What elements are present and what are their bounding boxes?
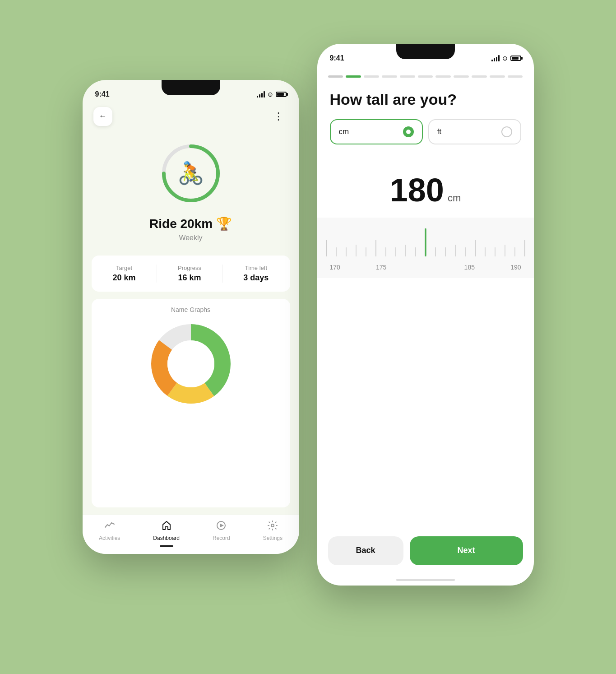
right-signal-icon — [491, 55, 500, 61]
stats-row: Target 20 km Progress 16 km Time left 3 … — [92, 256, 290, 292]
left-phone: 9:41 ⊜ ← ⋮ — [83, 80, 299, 554]
graph-section: Name Graphs — [92, 299, 290, 507]
question-title: How tall are you? — [330, 90, 521, 109]
svg-point-9 — [271, 524, 274, 527]
stat-timeleft-value: 3 days — [243, 273, 269, 283]
right-time: 9:41 — [330, 54, 344, 62]
progress-circle: 🚴 — [157, 139, 225, 207]
ruler-track[interactable]: // Will draw in HTML below — [317, 225, 534, 261]
stat-progress-value: 16 km — [178, 273, 201, 283]
height-unit-label: cm — [448, 192, 461, 204]
settings-icon — [268, 521, 278, 533]
dashboard-icon — [162, 521, 171, 533]
unit-cm-label: cm — [339, 127, 349, 136]
stat-progress: Progress 16 km — [178, 265, 201, 283]
nav-dashboard[interactable]: Dashboard — [153, 521, 180, 541]
right-phone: 9:41 ⊜ — [317, 44, 534, 586]
label-190: 190 — [510, 264, 521, 271]
label-185: 185 — [464, 264, 475, 271]
stat-target: Target 20 km — [113, 265, 136, 283]
graph-title: Name Graphs — [99, 306, 283, 313]
current-line — [425, 228, 426, 256]
action-buttons: Back Next — [317, 529, 534, 579]
home-indicator — [396, 579, 455, 581]
stat-target-value: 20 km — [113, 273, 136, 283]
radio-cm — [403, 126, 414, 137]
radio-ft — [501, 126, 512, 137]
stat-timeleft-label: Time left — [243, 265, 269, 271]
stat-progress-label: Progress — [178, 265, 201, 271]
notch — [162, 80, 220, 95]
right-wifi-icon: ⊜ — [502, 55, 508, 62]
battery-icon — [276, 92, 287, 97]
back-button[interactable]: Back — [328, 536, 403, 565]
nav-settings[interactable]: Settings — [263, 521, 283, 541]
label-175: 175 — [376, 264, 386, 271]
more-button[interactable]: ⋮ — [269, 107, 288, 126]
unit-cm[interactable]: cm — [330, 119, 423, 144]
svg-marker-8 — [220, 524, 224, 527]
ruler-labels: 170 175 ▲ 185 190 — [317, 261, 534, 271]
left-status-icons: ⊜ — [257, 91, 287, 98]
left-top-bar: ← ⋮ — [83, 102, 299, 130]
donut-chart — [99, 319, 283, 409]
unit-selector: cm ft — [330, 119, 521, 144]
settings-label: Settings — [263, 535, 283, 541]
back-button[interactable]: ← — [93, 107, 112, 126]
stat-timeleft: Time left 3 days — [243, 265, 269, 283]
svg-point-6 — [167, 340, 214, 387]
right-status-icons: ⊜ — [491, 55, 521, 62]
dashboard-label: Dashboard — [153, 535, 180, 541]
stat-target-label: Target — [113, 265, 136, 271]
height-display: 180 cm — [317, 153, 534, 218]
question-section: How tall are you? cm ft — [317, 78, 534, 154]
nav-record[interactable]: Record — [213, 521, 230, 541]
challenge-section: 🚴 Ride 20km 🏆 Weekly — [83, 130, 299, 256]
wifi-icon: ⊜ — [268, 91, 273, 98]
activities-label: Activities — [99, 535, 120, 541]
active-indicator — [160, 545, 173, 547]
challenge-emoji: 🚴 — [177, 161, 204, 186]
left-time: 9:41 — [95, 90, 110, 98]
right-battery-icon — [510, 56, 521, 61]
unit-ft[interactable]: ft — [428, 119, 521, 144]
challenge-title: Ride 20km 🏆 — [149, 216, 232, 231]
bottom-nav: Activities Dashboard Record — [83, 515, 299, 554]
record-icon — [216, 521, 226, 533]
unit-ft-label: ft — [437, 127, 441, 136]
record-label: Record — [213, 535, 230, 541]
label-180: ▲ — [422, 264, 429, 271]
challenge-subtitle: Weekly — [179, 234, 202, 242]
right-notch — [396, 44, 455, 59]
signal-icon — [257, 91, 265, 98]
height-value: 180 — [390, 172, 444, 209]
label-170: 170 — [330, 264, 340, 271]
next-button[interactable]: Next — [410, 536, 523, 565]
ruler-container[interactable]: // Will draw in HTML below — [317, 218, 534, 278]
activities-icon — [105, 521, 115, 533]
nav-activities[interactable]: Activities — [99, 521, 120, 541]
progress-steps — [317, 68, 534, 78]
